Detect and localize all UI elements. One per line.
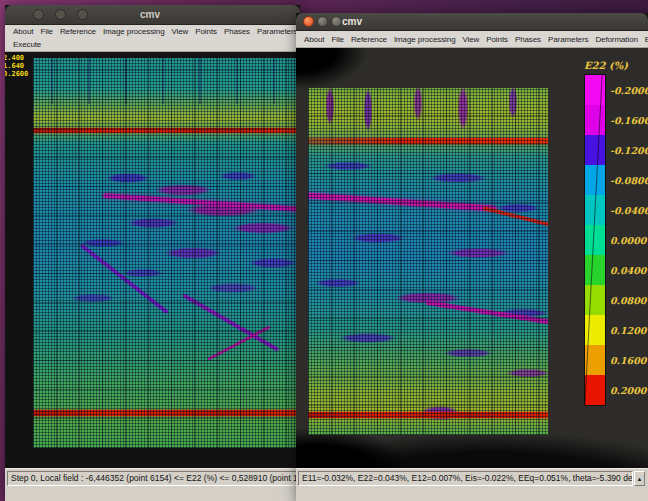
desktop-background: cmv About File Reference Image processin…: [0, 0, 648, 501]
cmv-window-right: cmv About File Reference Image processin…: [296, 13, 648, 501]
statusbar-right: E11=-0.032%, E22=0.043%, E12=0.007%, Eis…: [296, 468, 648, 501]
high-strain-band: [33, 128, 300, 133]
menu-item-about[interactable]: About: [304, 35, 324, 44]
colorbar-segment: [585, 75, 605, 105]
status-field-left: Step 0, Local field : -6,446352 (point 6…: [7, 471, 297, 486]
window-title: cmv: [342, 16, 362, 27]
correlation-grid: [33, 58, 300, 448]
menu-item-image-processing[interactable]: Image processing: [394, 35, 456, 44]
colorbar-label: -0.1600: [610, 105, 648, 135]
map-texture: [33, 58, 300, 104]
cmv-window-left: cmv About File Reference Image processin…: [5, 5, 300, 501]
menu-item-reference[interactable]: Reference: [351, 35, 387, 44]
strain-map-left[interactable]: [33, 58, 300, 448]
status-field-right: E11=-0.032%, E22=0.043%, E12=0.007%, Eis…: [298, 471, 633, 486]
strain-blobs: [308, 88, 548, 435]
minimize-button[interactable]: [317, 16, 328, 27]
image-canvas-left[interactable]: 2.400 1.640 0.2600: [5, 52, 300, 468]
colorbar-segment: [585, 285, 605, 315]
menu-item-file[interactable]: File: [40, 27, 53, 36]
colorbar-segment: [585, 135, 605, 165]
statusbar-left: Step 0, Local field : -6,446352 (point 6…: [5, 468, 300, 501]
maximize-button[interactable]: [77, 9, 88, 20]
colorbar-label: 0.1200: [610, 315, 648, 345]
menu-item-about[interactable]: About: [13, 27, 33, 36]
correlation-grid: [308, 88, 548, 435]
colorbar-segments: [585, 75, 605, 405]
menu-item-phases[interactable]: Phases: [515, 35, 541, 44]
shear-band: [80, 243, 169, 314]
maximize-button[interactable]: [331, 16, 342, 27]
colorbar-title: E22 (%): [584, 60, 628, 71]
colorbar-label: -0.0800: [610, 165, 648, 195]
close-button[interactable]: [33, 9, 44, 20]
colorbar-label: 0.0000: [610, 225, 648, 255]
scrollbar-up-button[interactable]: ▲: [634, 471, 645, 486]
colorbar-label: 0.1600: [610, 345, 648, 375]
shear-band: [483, 206, 548, 228]
colorbar-label: 0.0400: [610, 255, 648, 285]
colorbar-segment: [585, 255, 605, 285]
menu-item-execute[interactable]: Execute: [13, 40, 41, 49]
close-button[interactable]: [303, 16, 314, 27]
shear-band: [182, 293, 279, 351]
window-title: cmv: [140, 9, 160, 20]
high-strain-band: [308, 138, 548, 144]
titlebar-right[interactable]: cmv: [296, 13, 648, 31]
colorbar-label: -0.1200: [610, 135, 648, 165]
corner-overlay-text: 2.400 1.640 0.2600: [5, 54, 28, 78]
shear-band: [207, 325, 270, 361]
menu-item-points[interactable]: Points: [195, 27, 217, 36]
colorbar-segment: [585, 315, 605, 345]
colorbar-segment: [585, 195, 605, 225]
menu-item-file[interactable]: File: [331, 35, 344, 44]
high-strain-band: [308, 412, 548, 418]
menu-item-view[interactable]: View: [462, 35, 479, 44]
minimize-button[interactable]: [55, 9, 66, 20]
colorbar-segment: [585, 105, 605, 135]
high-strain-band: [33, 410, 300, 416]
menu-item-deformation[interactable]: Deformation: [595, 35, 637, 44]
image-canvas-right[interactable]: E22 (%) -0.2000-0.1600-0.1200-0.0800-0.0…: [296, 48, 648, 468]
menu-item-parameters[interactable]: Parameters: [257, 27, 297, 36]
menu-item-reference[interactable]: Reference: [60, 27, 96, 36]
colorbar-segment: [585, 345, 605, 375]
shear-band: [426, 300, 548, 325]
menu-item-image-processing[interactable]: Image processing: [103, 27, 165, 36]
menu-item-points[interactable]: Points: [486, 35, 508, 44]
colorbar-segment: [585, 165, 605, 195]
shear-band: [308, 192, 497, 212]
titlebar-left[interactable]: cmv: [5, 5, 300, 25]
menu-item-phases[interactable]: Phases: [224, 27, 250, 36]
colorbar-segment: [585, 225, 605, 255]
menubar-left: About File Reference Image processing Vi…: [5, 25, 300, 52]
colorbar-label: 0.0800: [610, 285, 648, 315]
shear-band: [103, 193, 300, 212]
colorbar-label: 0.2000: [610, 375, 648, 405]
colorbar-label: -0.2000: [610, 75, 648, 105]
colorbar-labels: -0.2000-0.1600-0.1200-0.0800-0.04000.000…: [610, 75, 648, 405]
strain-blobs: [33, 58, 300, 448]
menubar-right: About File Reference Image processing Vi…: [296, 31, 648, 48]
strain-map-right[interactable]: [308, 88, 548, 435]
colorbar-label: -0.0400: [610, 195, 648, 225]
colorbar-segment: [585, 375, 605, 405]
menu-item-view[interactable]: View: [171, 27, 188, 36]
menu-item-parameters[interactable]: Parameters: [548, 35, 588, 44]
